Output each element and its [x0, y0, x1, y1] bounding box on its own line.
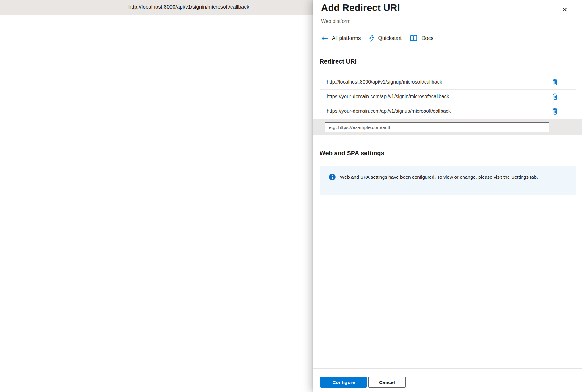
book-icon — [409, 35, 418, 42]
table-row-uri: http://localhost:8000/api/v1/signin/micr… — [128, 4, 249, 10]
panel-title: Add Redirect URI — [321, 2, 400, 14]
panel-subtitle: Web platform — [321, 19, 350, 24]
uri-value: https://your-domain.com/api/v1/signup/mi… — [327, 108, 552, 114]
cancel-button[interactable]: Cancel — [368, 377, 406, 388]
all-platforms-label: All platforms — [332, 35, 361, 41]
info-message-box: Web and SPA settings have been configure… — [320, 166, 576, 195]
uri-row: https://your-domain.com/api/v1/signup/mi… — [320, 104, 576, 118]
close-button[interactable]: ✕ — [560, 6, 569, 14]
configure-button[interactable]: Configure — [320, 377, 367, 388]
delete-uri-button[interactable] — [552, 93, 559, 100]
uri-row: http://localhost:8000/api/v1/signup/micr… — [320, 75, 576, 89]
footer-divider — [313, 368, 582, 369]
uri-value: http://localhost:8000/api/v1/signup/micr… — [327, 79, 552, 85]
quickstart-label: Quickstart — [378, 35, 402, 41]
nav-divider — [320, 46, 575, 46]
back-arrow-icon — [321, 35, 328, 41]
uri-row: https://your-domain.com/api/v1/signin/mi… — [320, 89, 576, 104]
web-spa-heading: Web and SPA settings — [320, 150, 384, 157]
docs-label: Docs — [421, 35, 433, 41]
table-row-selected[interactable]: http://localhost:8000/api/v1/signin/micr… — [0, 0, 314, 15]
new-uri-input[interactable] — [325, 122, 549, 132]
uri-value: https://your-domain.com/api/v1/signin/mi… — [327, 94, 552, 99]
panel-nav: All platforms Quickstart — [321, 33, 441, 43]
close-icon: ✕ — [562, 6, 567, 14]
info-icon — [329, 174, 336, 180]
screen: review) ··· on Supported accounts Settin… — [0, 0, 582, 392]
delete-uri-button[interactable] — [552, 78, 559, 86]
redirect-uri-heading: Redirect URI — [320, 58, 357, 65]
info-message-text: Web and SPA settings have been configure… — [340, 174, 538, 181]
quickstart-link[interactable]: Quickstart — [369, 35, 402, 42]
all-platforms-link[interactable]: All platforms — [321, 35, 361, 41]
add-redirect-uri-panel: ✕ Add Redirect URI Web platform All plat… — [313, 0, 582, 392]
docs-link[interactable]: Docs — [409, 35, 433, 42]
redirect-uri-list: http://localhost:8000/api/v1/signup/micr… — [320, 75, 576, 118]
lightning-icon — [369, 35, 375, 42]
delete-uri-button[interactable] — [552, 107, 559, 115]
